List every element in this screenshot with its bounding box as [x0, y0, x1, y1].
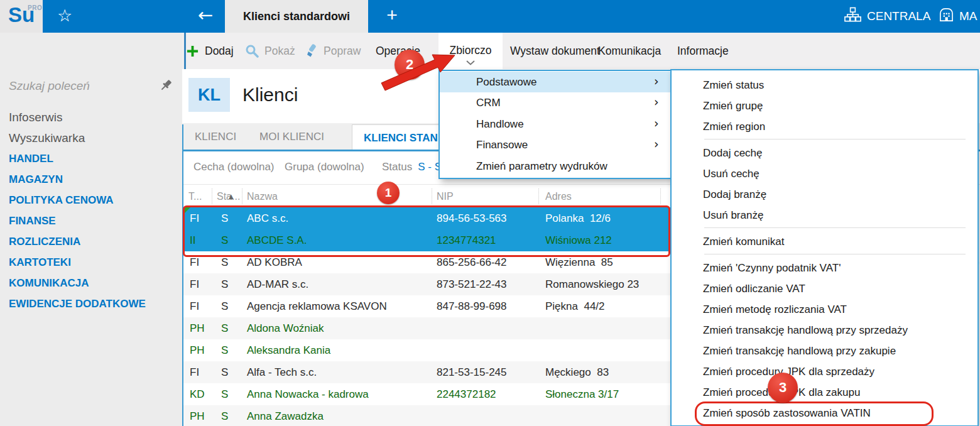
menu-item-zmie-procedury-jpk-dla-sprzeda-y[interactable]: Zmień procedury JPK dla sprzedaży	[672, 361, 977, 382]
sidebar-item-handel[interactable]: HANDEL	[9, 148, 53, 169]
app-logo-pro-badge: PRO	[28, 4, 42, 11]
cell-address: Więzienna 85	[545, 251, 613, 273]
menu-item-zmie-spos-b-zastosowania-vatin[interactable]: Zmień sposób zastosowania VATIN	[672, 403, 977, 423]
menu-item-zmie-komunikat[interactable]: Zmień komunikat	[672, 231, 977, 252]
open-document-tab[interactable]: Klienci standardowi	[225, 0, 368, 33]
cell-nip: 873-521-22-43	[437, 273, 507, 295]
cell-name: Agencja reklamowa KSAVON	[247, 295, 387, 317]
warehouse-selector[interactable]: MA	[939, 0, 977, 33]
sidebar-item-ewidencje-dodatkowe[interactable]: EWIDENCJE DODATKOWE	[9, 293, 146, 314]
menu-item-zmie-transakcj-handlow-przy-sprzeda-y[interactable]: Zmień transakcję handlową przy sprzedaży	[672, 320, 977, 341]
branch-selector[interactable]: CENTRALA	[844, 0, 930, 33]
sidebar-item-polityka-cenowa[interactable]: POLITYKA CENOWA	[9, 190, 114, 210]
menu-item-usu-bran[interactable]: Usuń branżę	[672, 205, 977, 226]
menu-item-label: Zmień sposób zastosowania VATIN	[703, 403, 871, 423]
menu-item-zmie-region[interactable]: Zmień region	[672, 116, 977, 137]
filter-grupa-dowolna[interactable]: Grupa (dowolna)	[285, 151, 364, 183]
command-search-input[interactable]: Szukaj poleceń	[9, 70, 153, 102]
menu-item-zmie-procedury-jpk-dla-zakupu[interactable]: Zmień procedury JPK dla zakupu	[672, 382, 977, 403]
cell-nip: 1234774321	[437, 229, 496, 251]
toolbar-button-operacje[interactable]: Operacje	[376, 33, 420, 69]
cell-nip: 847-88-99-698	[437, 295, 507, 317]
favorites-star-icon[interactable]: ☆	[52, 0, 78, 33]
cell-status: S	[221, 339, 228, 361]
column-header-t[interactable]: T...	[188, 185, 202, 208]
menu-item-finansowe[interactable]: Finansowe›	[440, 134, 671, 155]
cell-address: Romanowskiego 23	[545, 273, 639, 295]
building-icon	[939, 7, 954, 26]
menu-item-label: Zmień metodę rozliczania VAT	[703, 299, 847, 320]
cell-address: Słoneczna 3/17	[545, 383, 619, 405]
column-header-nip[interactable]: NIP	[437, 185, 454, 208]
toolbar-button-label: Wystaw dokument	[510, 45, 600, 58]
app-logo[interactable]: Su PRO	[0, 0, 43, 33]
menu-item-label: Usuń branżę	[703, 205, 763, 226]
toolbar-button-dodaj[interactable]: Dodaj	[186, 33, 234, 69]
menu-item-zmie-odliczanie-vat[interactable]: Zmień odliczanie VAT	[672, 278, 977, 299]
cell-type: KD	[190, 383, 205, 405]
sidebar-item-komunikacja[interactable]: KOMUNIKACJA	[9, 273, 89, 293]
cell-address: Piękna 44/2	[545, 295, 605, 317]
menu-item-dodaj-cech[interactable]: Dodaj cechę	[672, 143, 977, 163]
cell-name: ABCDE S.A.	[247, 229, 307, 251]
sidebar-item-kartoteki[interactable]: KARTOTEKI	[9, 252, 71, 273]
pin-icon[interactable]	[158, 78, 173, 96]
sidebar-item-rozliczenia[interactable]: ROZLICZENIA	[9, 231, 80, 252]
sidebar-item-finanse[interactable]: FINANSE	[9, 210, 56, 231]
menu-item-label: Zmień 'Czynny podatnik VAT'	[703, 258, 841, 278]
row-marker-triangle	[183, 207, 190, 214]
cell-name: AD-MAR s.c.	[247, 273, 308, 295]
column-separator	[242, 188, 242, 204]
toolbar-button-wystaw-dokument[interactable]: Wystaw dokument	[510, 33, 600, 69]
menu-item-crm[interactable]: CRM›	[440, 92, 671, 113]
menu-item-zmie-grup[interactable]: Zmień grupę	[672, 96, 977, 116]
toolbar-button-label: Popraw	[324, 45, 361, 58]
column-separator	[212, 188, 212, 204]
menu-item-zmie-metod-rozliczania-vat[interactable]: Zmień metodę rozliczania VAT	[672, 299, 977, 320]
menu-item-zmie-czynny-podatnik-vat[interactable]: Zmień 'Czynny podatnik VAT'	[672, 258, 977, 278]
menu-item-handlowe[interactable]: Handlowe›	[440, 114, 671, 134]
magnifier-icon	[245, 44, 259, 58]
menu-item-dodaj-bran[interactable]: Dodaj branżę	[672, 184, 977, 205]
cell-status: S	[221, 383, 228, 405]
sidebar-item-wyszukiwarka[interactable]: Wyszukiwarka	[9, 128, 85, 148]
column-separator	[538, 188, 539, 204]
menu-item-podstawowe[interactable]: Podstawowe›	[440, 72, 671, 92]
top-bar	[0, 0, 980, 33]
menu-item-zmie-status[interactable]: Zmień status	[672, 75, 977, 96]
column-header-nazwa[interactable]: Nazwa	[247, 185, 278, 208]
toolbar-button-popraw[interactable]: Popraw	[304, 33, 361, 69]
filter-label: Grupa (dowolna)	[285, 161, 364, 173]
menu-item-label: Podstawowe	[476, 72, 536, 92]
column-separator	[660, 188, 661, 204]
cell-name: Anna Nowacka - kadrowa	[247, 383, 369, 405]
back-arrow-icon[interactable]: ←	[190, 0, 220, 33]
sidebar: Szukaj poleceń InfoserwisWyszukiwarkaHAN…	[0, 33, 182, 426]
toolbar-button-label: Komunikacja	[598, 45, 661, 58]
tab-klienci[interactable]: KLIENCI	[195, 123, 236, 151]
cell-status: S	[221, 317, 228, 339]
cell-status: S	[221, 273, 228, 295]
toolbar-button-komunikacja[interactable]: Komunikacja	[598, 33, 661, 69]
sidebar-item-magazyn[interactable]: MAGAZYN	[9, 169, 63, 190]
cell-nip: 821-53-15-245	[437, 361, 507, 383]
menu-separator	[704, 254, 966, 254]
panel-focus-border	[182, 124, 183, 426]
toolbar-button-informacje[interactable]: Informacje	[677, 33, 729, 69]
column-header-adres[interactable]: Adres	[545, 185, 572, 208]
menu-item-label: Zmień status	[703, 75, 764, 96]
module-code-badge: KL	[188, 78, 230, 112]
menu-item-zmie-transakcj-handlow-przy-zakupie[interactable]: Zmień transakcję handlową przy zakupie	[672, 341, 977, 361]
tab-moi-klienci[interactable]: MOI KLIENCI	[259, 123, 324, 151]
menu-item-zmie-parametry-wydruk-w[interactable]: Zmień parametry wydruków	[440, 156, 671, 177]
menu-item-usu-cech[interactable]: Usuń cechę	[672, 163, 977, 184]
filter-status[interactable]: StatusS - St	[382, 151, 445, 183]
plus-icon	[186, 45, 199, 58]
sidebar-item-infoserwis[interactable]: Infoserwis	[9, 107, 63, 128]
cell-type: FI	[190, 273, 199, 295]
toolbar-button-zbiorczo[interactable]: Zbiorczo	[438, 33, 503, 70]
new-tab-button[interactable]: +	[378, 0, 406, 33]
cell-name: AD KOBRA	[247, 251, 302, 273]
toolbar-button-poka[interactable]: Pokaż	[245, 33, 295, 69]
filter-cecha-dowolna[interactable]: Cecha (dowolna)	[193, 151, 275, 183]
